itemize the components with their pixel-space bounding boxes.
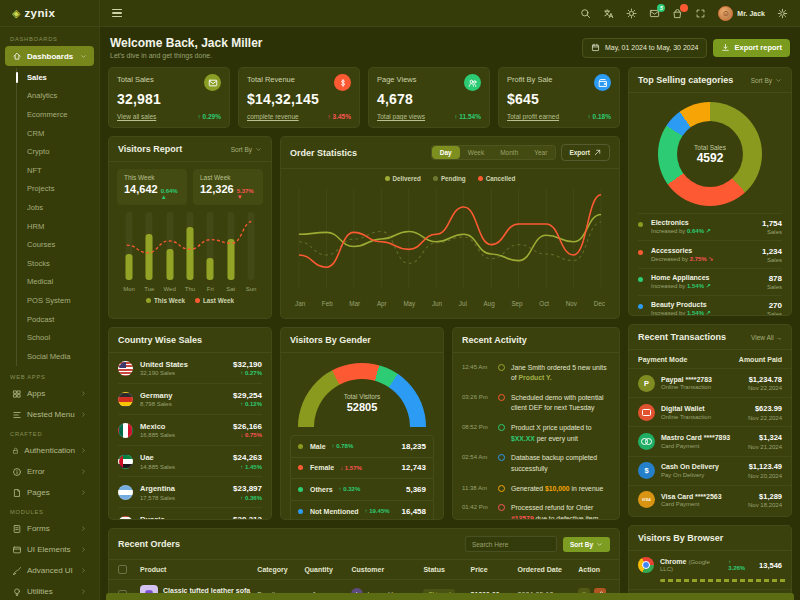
tab-month[interactable]: Month bbox=[492, 146, 526, 159]
cash-icon: $ bbox=[638, 462, 655, 479]
sidebar-subitem-pos-system[interactable]: POS System bbox=[17, 291, 99, 310]
hamburger-menu-icon[interactable] bbox=[112, 9, 122, 17]
donut-center-label: Total Sales bbox=[694, 144, 726, 151]
nested-icon bbox=[12, 410, 22, 420]
sidebar-subitem-nft[interactable]: NFT bbox=[17, 161, 99, 180]
activity-dot-icon bbox=[498, 394, 505, 401]
order-statistics-line-chart bbox=[281, 182, 619, 300]
orders-search-input[interactable] bbox=[465, 536, 557, 552]
sidebar-item-authentication[interactable]: Authentication bbox=[5, 441, 94, 461]
sidebar-item-nested-menu[interactable]: Nested Menu bbox=[5, 405, 94, 425]
mail-badge: 5 bbox=[657, 4, 665, 12]
tx-col-payment-mode: Payment Mode bbox=[638, 356, 687, 363]
sidebar-item-ui-elements[interactable]: UI Elements bbox=[5, 540, 94, 560]
legend-item: Delivered bbox=[385, 175, 421, 182]
visitors-report-panel: Visitors Report Sort By This Week 14,642… bbox=[108, 136, 272, 319]
welcome-header: Welcome Back, Jack Miller Let's dive in … bbox=[110, 36, 790, 59]
visitors-report-title: Visitors Report bbox=[118, 144, 182, 154]
sidebar-item-error[interactable]: Error bbox=[5, 462, 94, 482]
sidebar-subitem-stocks[interactable]: Stocks bbox=[17, 254, 99, 273]
sidebar-item-advanced-ui[interactable]: Advanced UI bbox=[5, 561, 94, 581]
select-all-checkbox[interactable] bbox=[118, 565, 127, 574]
activity-item: 12:45 Am Jane Smith ordered 5 new units … bbox=[462, 358, 610, 388]
activity-item: 01:42 Pm Processed refund for Order #135… bbox=[462, 499, 610, 520]
activity-dot-icon bbox=[498, 364, 505, 371]
export-report-button[interactable]: Export report bbox=[713, 39, 790, 57]
sidebar-item-forms[interactable]: Forms bbox=[5, 519, 94, 539]
top-selling-panel: Top Selling categories Sort By Total Sal… bbox=[628, 67, 792, 316]
kpi-link[interactable]: Total page views bbox=[377, 113, 425, 120]
order-statistics-title: Order Statistics bbox=[290, 148, 357, 158]
orders-col-status: Status bbox=[423, 566, 466, 573]
chevdown-icon bbox=[596, 541, 603, 548]
kpi-link[interactable]: complete revenue bbox=[247, 113, 299, 120]
brand[interactable]: ◈ zynix bbox=[0, 0, 100, 26]
gear-icon bbox=[777, 8, 788, 19]
view-all-link[interactable]: View All → bbox=[751, 334, 782, 341]
kpi-link[interactable]: Total profit earned bbox=[507, 113, 559, 120]
kpi-delta: ↑ 0.18% bbox=[588, 113, 612, 120]
brand-name: zynix bbox=[24, 7, 55, 19]
top-selling-donut-chart: Total Sales 4592 bbox=[658, 102, 762, 206]
sidebar-subitem-projects[interactable]: Projects bbox=[17, 180, 99, 199]
sidebar-subitem-crm[interactable]: CRM bbox=[17, 124, 99, 143]
kpi-link[interactable]: View all sales bbox=[117, 113, 156, 120]
top-selling-sort-button[interactable]: Sort By bbox=[751, 77, 782, 84]
chevright-icon bbox=[80, 390, 87, 397]
sidebar-item-pages[interactable]: Pages bbox=[5, 483, 94, 503]
kpi-delta: ↑ 3.45% bbox=[328, 113, 352, 120]
visitors-report-sort-button[interactable]: Sort By bbox=[231, 146, 262, 153]
legend-item: Pending bbox=[433, 175, 466, 182]
kpi-label: Total Revenue bbox=[247, 75, 295, 84]
sidebar-item-utilities[interactable]: Utilities bbox=[5, 582, 94, 600]
fullscreen-icon[interactable] bbox=[695, 8, 706, 19]
download-icon bbox=[721, 43, 730, 52]
order-statistics-tabs: DayWeekMonthYear bbox=[431, 145, 557, 160]
settings-gear-icon[interactable] bbox=[777, 8, 788, 19]
translate-icon bbox=[603, 8, 614, 19]
sidebar-subitem-sales[interactable]: Sales bbox=[17, 68, 99, 87]
chevright-icon bbox=[80, 468, 87, 475]
tab-day[interactable]: Day bbox=[432, 146, 460, 159]
translate-icon[interactable] bbox=[603, 8, 614, 19]
orders-col-product: Product bbox=[140, 566, 253, 573]
date-range-picker[interactable]: May, 01 2024 to May, 30 2024 bbox=[582, 38, 708, 58]
chevright-icon bbox=[80, 447, 87, 454]
chevron-down-icon bbox=[775, 77, 782, 84]
activity-dot-icon bbox=[498, 424, 505, 431]
sidebar-subitem-medical[interactable]: Medical bbox=[17, 273, 99, 292]
topbar: ◈ zynix 5 ☺ Mr. Jack bbox=[0, 0, 800, 27]
sidebar-submenu: SalesAnalyticsEcommerceCRMCryptoNFTProje… bbox=[16, 68, 99, 366]
sidebar-subitem-social-media[interactable]: Social Media bbox=[17, 347, 99, 366]
search-icon[interactable] bbox=[580, 8, 591, 19]
sidebar-subitem-jobs[interactable]: Jobs bbox=[17, 198, 99, 217]
mail-icon[interactable]: 5 bbox=[649, 8, 660, 19]
tab-week[interactable]: Week bbox=[460, 146, 493, 159]
recent-activity-panel: Recent Activity 12:45 Am Jane Smith orde… bbox=[452, 327, 620, 520]
sidebar-section-label: WEB APPS bbox=[0, 369, 99, 383]
order-statistics-export-button[interactable]: Export bbox=[561, 144, 610, 161]
page-bottom-strip bbox=[106, 593, 794, 600]
orders-sort-button[interactable]: Sort By bbox=[563, 537, 610, 552]
orders-col-customer: Customer bbox=[351, 566, 419, 573]
sidebar-item-dashboards[interactable]: Dashboards bbox=[5, 46, 94, 66]
sidebar-subitem-courses[interactable]: Courses bbox=[17, 235, 99, 254]
cart-badge bbox=[680, 4, 688, 12]
cart-icon[interactable] bbox=[672, 8, 683, 19]
sidebar-item-apps[interactable]: Apps bbox=[5, 384, 94, 404]
user-menu[interactable]: ☺ Mr. Jack bbox=[718, 6, 765, 21]
sidebar-subitem-hrm[interactable]: HRM bbox=[17, 217, 99, 236]
sidebar-subitem-school[interactable]: School bbox=[17, 328, 99, 347]
sidebar-subitem-analytics[interactable]: Analytics bbox=[17, 87, 99, 106]
legend-item: This Week bbox=[146, 297, 185, 304]
activity-item: 03:26 Pm Scheduled demo with potential c… bbox=[462, 388, 610, 418]
sidebar-subitem-ecommerce[interactable]: Ecommerce bbox=[17, 105, 99, 124]
tab-year[interactable]: Year bbox=[526, 146, 555, 159]
visitors-last-week-box: Last Week 12,326 5.37% ▼ bbox=[193, 169, 263, 205]
country-row-ae: Uae14,885 Sales $24,263 ↑ 1.45% bbox=[118, 446, 262, 477]
util-icon bbox=[12, 587, 22, 597]
sidebar-subitem-crypto[interactable]: Crypto bbox=[17, 142, 99, 161]
sidebar-subitem-podcast[interactable]: Podcast bbox=[17, 310, 99, 329]
kpi-value: 32,981 bbox=[117, 91, 221, 107]
theme-sun-icon[interactable] bbox=[626, 8, 637, 19]
